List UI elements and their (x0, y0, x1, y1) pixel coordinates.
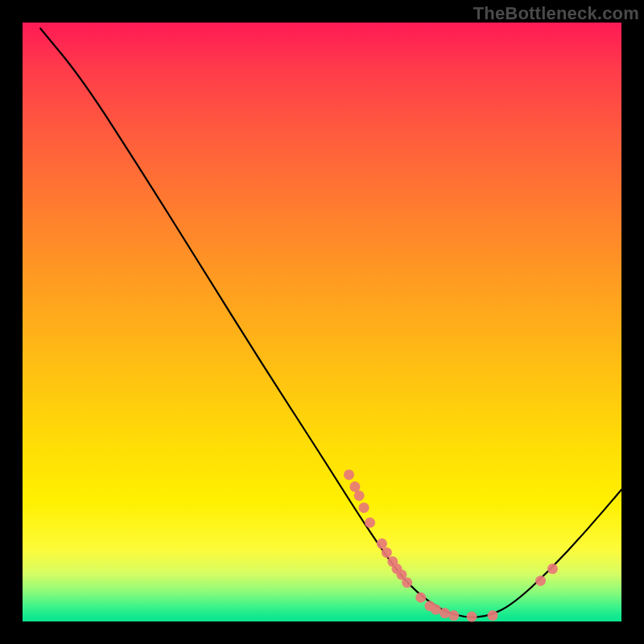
data-point (382, 547, 392, 558)
data-point (402, 577, 412, 588)
data-point (535, 576, 546, 586)
data-point (354, 490, 365, 501)
data-point (365, 518, 375, 528)
data-points-group (344, 469, 558, 621)
data-point (349, 481, 360, 492)
data-point (344, 469, 354, 480)
data-point (359, 502, 369, 513)
data-point (488, 610, 498, 621)
data-point (467, 612, 477, 622)
watermark-text: TheBottleneck.com (473, 3, 639, 24)
data-point (415, 592, 426, 603)
data-point (448, 610, 459, 621)
plot-svg (23, 23, 621, 621)
bottleneck-curve (40, 28, 621, 617)
data-point (547, 564, 558, 574)
chart-frame (23, 23, 621, 621)
data-point (377, 539, 387, 549)
data-point (440, 608, 450, 618)
data-point (431, 605, 441, 615)
